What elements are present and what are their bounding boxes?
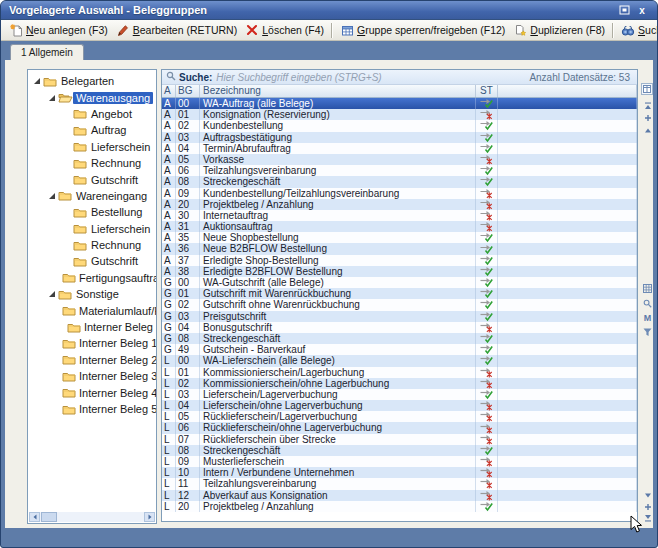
tab-allgemein[interactable]: 1 Allgemein <box>10 44 84 60</box>
tree-item[interactable]: Wareneingang <box>28 188 156 204</box>
table-row[interactable]: A 02 Kundenbestellung <box>162 120 637 131</box>
scroll-right-icon[interactable] <box>144 512 155 522</box>
table-row[interactable]: G 00 WA-Gutschrift (alle Belege) <box>162 277 637 288</box>
tree-item[interactable]: Materialumlauf/Reparatur <box>28 302 156 318</box>
scroll-down-icon[interactable] <box>641 490 654 501</box>
table-row[interactable]: L 06 Rücklieferschein/ohne Lagerverbuchu… <box>162 422 637 433</box>
tree-item[interactable]: Lieferschein <box>28 139 156 155</box>
table-row[interactable]: L 08 Streckengeschäft <box>162 445 637 456</box>
tree-item[interactable]: Interner Beleg 4 (PPS) <box>28 384 156 400</box>
table-row[interactable]: A 30 Internetauftrag <box>162 210 637 221</box>
table-row[interactable]: L 11 Teilzahlungsvereinbarung <box>162 478 637 489</box>
table-row[interactable]: A 35 Neue Shopbestellung <box>162 232 637 243</box>
toolbar-button[interactable]: Löschen (F4) <box>241 23 328 38</box>
cell-a: L <box>162 434 176 445</box>
cell-bezeichnung: Rücklieferschein/ohne Lagerverbuchung <box>200 422 476 433</box>
scroll-up-icon[interactable] <box>641 124 654 135</box>
tree-item[interactable]: Interner Beleg 5 (PPS) <box>28 401 156 417</box>
table-row[interactable]: L 10 Intern / Verbundene Unternehmen <box>162 467 637 478</box>
column-header-A[interactable]: A <box>162 85 176 97</box>
tree-item[interactable]: Bestellung <box>28 204 156 220</box>
column-header-BG[interactable]: BG <box>176 85 200 97</box>
tree-item[interactable]: Gutschrift <box>28 171 156 187</box>
table-row[interactable]: G 49 Gutschein - Barverkauf <box>162 344 637 355</box>
column-header-filler[interactable] <box>498 85 637 97</box>
table-row[interactable]: G 01 Gutschrift mit Warenrückbuchung <box>162 288 637 299</box>
table-row[interactable]: L 12 Abverkauf aus Konsignation <box>162 490 637 501</box>
toolbar-button[interactable]: Suchen (STRG+S) <box>617 23 658 38</box>
table-row[interactable]: A 31 Auktionsauftrag <box>162 221 637 232</box>
table-row[interactable]: L 05 Rücklieferschein/Lagerverbuchung <box>162 411 637 422</box>
tree-item[interactable]: Rechnung <box>28 237 156 253</box>
table-row[interactable]: A 38 Erledigte B2BFLOW Bestellung <box>162 266 637 277</box>
table-row[interactable]: A 05 Vorkasse <box>162 154 637 165</box>
tree-item[interactable]: Angebot <box>28 106 156 122</box>
table-row[interactable]: A 03 Auftragsbestätigung <box>162 132 637 143</box>
grid-view-icon[interactable] <box>641 283 654 294</box>
tree-item[interactable]: Auftrag <box>28 122 156 138</box>
tree-item[interactable]: Interner Beleg <box>28 319 156 335</box>
table-row[interactable]: G 02 Gutschrift ohne Warenrückbuchung <box>162 299 637 310</box>
table-row[interactable]: G 03 Preisgutschrift <box>162 311 637 322</box>
cell-bezeichnung: Streckengeschäft <box>200 333 476 344</box>
scroll-left-icon[interactable] <box>29 512 40 522</box>
table-row[interactable]: G 04 Bonusgutschrift <box>162 322 637 333</box>
table-row[interactable]: L 20 Projektbeleg / Anzahlung <box>162 501 637 512</box>
tree-item[interactable]: Interner Beleg 2 (PPS) <box>28 352 156 368</box>
toolbar-button[interactable]: Neu anlegen (F3) <box>5 23 112 38</box>
toolbar-button[interactable]: Duplizieren (F8) <box>509 23 609 38</box>
column-header-Bezeichnung[interactable]: Bezeichnung <box>200 85 476 97</box>
expand-triangle-icon[interactable] <box>32 77 42 85</box>
cell-bezeichnung: Kommissionierschein/ohne Lagerbuchung <box>200 378 476 389</box>
tree-item[interactable]: Interner Beleg 3 (PPS) <box>28 368 156 384</box>
filter-icon[interactable] <box>641 327 654 338</box>
cell-bezeichnung: Musterlieferschein <box>200 456 476 467</box>
column-header-ST[interactable]: ST <box>476 85 498 97</box>
table-row[interactable]: A 01 Konsignation (Reservierung) <box>162 109 637 120</box>
scroll-plus-icon[interactable] <box>641 112 654 123</box>
table-row[interactable]: L 07 Rücklieferschein über Strecke <box>162 434 637 445</box>
tree-item[interactable]: Interner Beleg 1 (PPS) <box>28 335 156 351</box>
search-input[interactable] <box>216 72 529 83</box>
table-row[interactable]: A 08 Streckengeschäft <box>162 176 637 187</box>
column-chooser-icon[interactable] <box>641 83 653 95</box>
table-row[interactable]: A 04 Termin/Abrufauftrag <box>162 143 637 154</box>
table-row[interactable]: G 08 Streckengeschäft <box>162 333 637 344</box>
tree-item[interactable]: Warenausgang <box>28 89 156 105</box>
tree-item[interactable]: Rechnung <box>28 155 156 171</box>
table-row[interactable]: A 00 WA-Auftrag (alle Belege) <box>162 98 637 109</box>
table-row[interactable]: A 06 Teilzahlungsvereinbarung <box>162 165 637 176</box>
table-row[interactable]: L 00 WA-Lieferschein (alle Belege) <box>162 355 637 366</box>
scroll-plus-icon[interactable] <box>641 501 654 512</box>
restore-icon[interactable] <box>617 4 631 17</box>
tree-item[interactable]: Fertigungsauftrag (PPS) <box>28 270 156 286</box>
grid-header-row[interactable]: ABGBezeichnungST <box>162 85 637 98</box>
toolbar-button[interactable]: Bearbeiten (RETURN) <box>112 23 241 38</box>
tree-item[interactable]: Sonstige <box>28 286 156 302</box>
table-row[interactable]: A 36 Neue B2BFLOW Bestellung <box>162 243 637 254</box>
expand-triangle-icon[interactable] <box>47 290 57 298</box>
scroll-top-icon[interactable] <box>641 100 654 111</box>
expand-triangle-icon[interactable] <box>47 94 57 102</box>
table-row[interactable]: A 09 Kundenbestellung/Teilzahlungsverein… <box>162 188 637 199</box>
table-row[interactable]: L 04 Lieferschein/ohne Lagerverbuchung <box>162 400 637 411</box>
table-row[interactable]: L 02 Kommissionierschein/ohne Lagerbuchu… <box>162 378 637 389</box>
toolbar-button[interactable]: Gruppe sperren/freigeben (F12) <box>336 23 509 38</box>
table-row[interactable]: L 09 Musterlieferschein <box>162 456 637 467</box>
cell-a: A <box>162 210 176 221</box>
table-row[interactable]: L 03 Lieferschein/Lagerverbuchung <box>162 389 637 400</box>
scrollbar-thumb[interactable] <box>41 512 57 522</box>
title-bar[interactable]: Vorgelagerte Auswahl - Beleggruppen x <box>1 1 657 20</box>
tree-item[interactable]: Lieferschein <box>28 221 156 237</box>
side-search-icon[interactable] <box>641 298 654 309</box>
mark-icon[interactable]: M <box>641 312 654 323</box>
tree-item-label: Interner Beleg 5 (PPS) <box>76 403 157 415</box>
close-icon[interactable]: x <box>635 4 649 17</box>
table-row[interactable]: A 20 Projektbeleg / Anzahlung <box>162 199 637 210</box>
tree-item[interactable]: Belegarten <box>28 73 156 89</box>
table-row[interactable]: A 37 Erledigte Shop-Bestellung <box>162 255 637 266</box>
table-row[interactable]: L 01 Kommissionierschein/Lagerbuchung <box>162 367 637 378</box>
tree-horizontal-scrollbar[interactable] <box>29 512 155 522</box>
tree-item[interactable]: Gutschrift <box>28 253 156 269</box>
expand-triangle-icon[interactable] <box>47 192 57 200</box>
